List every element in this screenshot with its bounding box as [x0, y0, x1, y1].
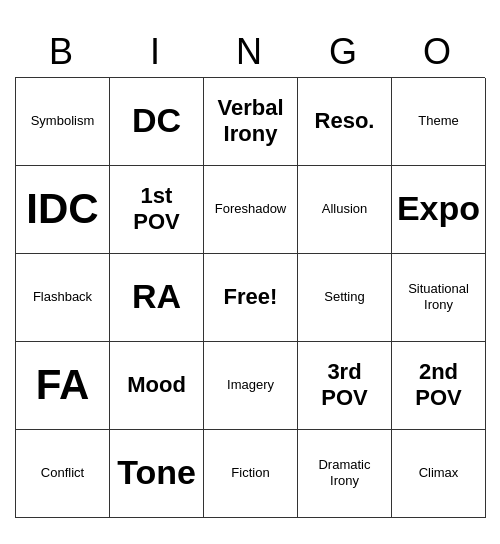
cell-label: DC: [132, 102, 181, 139]
cell-label: Expo: [397, 190, 480, 227]
cell-label: IDC: [26, 185, 98, 233]
bingo-cell[interactable]: DramaticIrony: [298, 430, 392, 518]
cell-label: Imagery: [227, 377, 274, 393]
cell-label: Tone: [117, 454, 196, 491]
bingo-cell[interactable]: 1stPOV: [110, 166, 204, 254]
bingo-cell[interactable]: Free!: [204, 254, 298, 342]
bingo-grid: SymbolismDCVerbalIronyReso.ThemeIDC1stPO…: [15, 77, 485, 518]
cell-label: SituationalIrony: [408, 281, 469, 312]
header-letter: O: [391, 27, 485, 77]
bingo-cell[interactable]: Allusion: [298, 166, 392, 254]
header-letter: G: [297, 27, 391, 77]
bingo-cell[interactable]: Fiction: [204, 430, 298, 518]
bingo-cell[interactable]: 3rdPOV: [298, 342, 392, 430]
cell-label: Symbolism: [31, 113, 95, 129]
bingo-cell[interactable]: Reso.: [298, 78, 392, 166]
bingo-cell[interactable]: Setting: [298, 254, 392, 342]
bingo-cell[interactable]: IDC: [16, 166, 110, 254]
cell-label: Flashback: [33, 289, 92, 305]
bingo-cell[interactable]: Foreshadow: [204, 166, 298, 254]
cell-label: RA: [132, 278, 181, 315]
bingo-cell[interactable]: 2ndPOV: [392, 342, 486, 430]
cell-label: Free!: [224, 284, 278, 310]
cell-label: 2ndPOV: [415, 359, 461, 412]
bingo-cell[interactable]: Expo: [392, 166, 486, 254]
bingo-cell[interactable]: SituationalIrony: [392, 254, 486, 342]
bingo-cell[interactable]: Imagery: [204, 342, 298, 430]
bingo-cell[interactable]: Climax: [392, 430, 486, 518]
cell-label: 1stPOV: [133, 183, 179, 236]
header-letter: I: [109, 27, 203, 77]
cell-label: Allusion: [322, 201, 368, 217]
cell-label: Fiction: [231, 465, 269, 481]
header-letter: N: [203, 27, 297, 77]
cell-label: VerbalIrony: [217, 95, 283, 148]
bingo-cell[interactable]: Symbolism: [16, 78, 110, 166]
cell-label: 3rdPOV: [321, 359, 367, 412]
bingo-cell[interactable]: Conflict: [16, 430, 110, 518]
cell-label: Setting: [324, 289, 364, 305]
cell-label: Climax: [419, 465, 459, 481]
bingo-cell[interactable]: VerbalIrony: [204, 78, 298, 166]
cell-label: Mood: [127, 372, 186, 398]
bingo-card: BINGO SymbolismDCVerbalIronyReso.ThemeID…: [15, 27, 485, 518]
cell-label: Reso.: [315, 108, 375, 134]
bingo-cell[interactable]: Theme: [392, 78, 486, 166]
bingo-cell[interactable]: FA: [16, 342, 110, 430]
cell-label: DramaticIrony: [318, 457, 370, 488]
bingo-cell[interactable]: Mood: [110, 342, 204, 430]
cell-label: FA: [36, 361, 90, 409]
cell-label: Conflict: [41, 465, 84, 481]
header-letter: B: [15, 27, 109, 77]
cell-label: Foreshadow: [215, 201, 287, 217]
cell-label: Theme: [418, 113, 458, 129]
bingo-cell[interactable]: RA: [110, 254, 204, 342]
bingo-cell[interactable]: DC: [110, 78, 204, 166]
bingo-cell[interactable]: Flashback: [16, 254, 110, 342]
bingo-header: BINGO: [15, 27, 485, 77]
bingo-cell[interactable]: Tone: [110, 430, 204, 518]
